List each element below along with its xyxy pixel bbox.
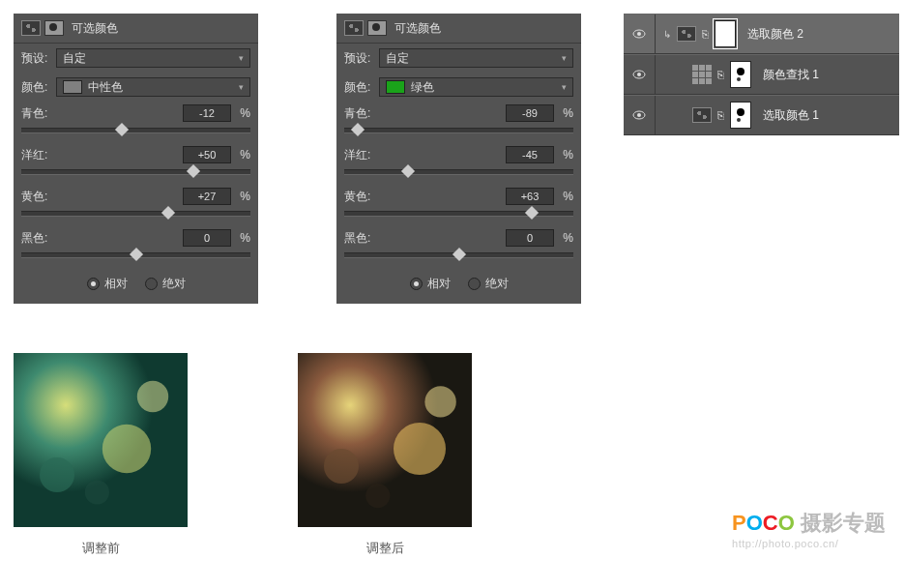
- slider-knob[interactable]: [351, 123, 365, 136]
- slider-value-input[interactable]: +27: [183, 188, 231, 205]
- chevron-down-icon: ▾: [239, 82, 244, 92]
- layer-name[interactable]: 颜色查找 1: [763, 67, 819, 83]
- slider-track[interactable]: [21, 252, 250, 258]
- slider-label: 黑色:: [21, 230, 47, 247]
- svg-point-6: [737, 77, 741, 81]
- clip-icon: ↳: [663, 29, 671, 40]
- svg-point-15: [137, 381, 168, 412]
- slider-value-input[interactable]: +50: [183, 146, 231, 163]
- slider-knob[interactable]: [129, 248, 142, 261]
- adjustment-icon: [677, 26, 696, 42]
- percent-label: %: [235, 148, 250, 162]
- slider-label: 黑色:: [344, 230, 370, 247]
- panel-title: 可选颜色: [72, 20, 118, 37]
- slider-value-input[interactable]: -12: [183, 104, 231, 122]
- radio-icon: [87, 278, 100, 290]
- colors-label: 颜色:: [21, 79, 56, 96]
- chevron-down-icon: ▾: [562, 53, 567, 63]
- percent-label: %: [235, 106, 250, 120]
- svg-point-8: [637, 113, 641, 117]
- slider-label: 青色:: [21, 105, 47, 122]
- slider-knob[interactable]: [161, 206, 175, 220]
- layer-row[interactable]: ⎘ 颜色查找 1: [624, 54, 899, 95]
- slider-track[interactable]: [344, 252, 573, 258]
- percent-label: %: [558, 106, 573, 120]
- slider-value-input[interactable]: -45: [506, 146, 554, 163]
- mask-thumbnail[interactable]: [730, 61, 751, 88]
- slider-label: 黄色:: [21, 189, 47, 205]
- preset-select[interactable]: 自定▾: [379, 48, 573, 68]
- slider-knob[interactable]: [525, 206, 539, 220]
- mask-thumbnail[interactable]: [715, 20, 736, 47]
- svg-point-14: [40, 457, 74, 492]
- layer-name[interactable]: 选取颜色 1: [763, 107, 819, 124]
- color-select[interactable]: 中性色▾: [56, 77, 250, 97]
- preview-before-image: [14, 353, 188, 527]
- visibility-toggle[interactable]: [624, 55, 656, 94]
- layer-name[interactable]: 选取颜色 2: [747, 26, 803, 43]
- radio-icon: [145, 278, 158, 290]
- mask-icon: [44, 20, 64, 36]
- preset-label: 预设:: [344, 50, 379, 67]
- layer-row[interactable]: ⎘ 选取颜色 1: [624, 95, 899, 135]
- radio-label: 绝对: [162, 276, 186, 292]
- mask-thumbnail[interactable]: [730, 102, 751, 129]
- mask-icon: [367, 20, 387, 36]
- svg-point-16: [85, 480, 109, 504]
- percent-label: %: [558, 148, 573, 162]
- svg-point-18: [394, 423, 446, 475]
- visibility-toggle[interactable]: [624, 96, 656, 134]
- layers-panel: ↳ ⎘ 选取颜色 2 ⎘ 颜色查找 1 ⎘ 选取颜色 1: [624, 14, 899, 135]
- preview-after-image: [298, 353, 472, 527]
- percent-label: %: [558, 190, 573, 203]
- slider-knob[interactable]: [452, 248, 465, 261]
- method-radio[interactable]: 绝对: [145, 276, 186, 292]
- radio-label: 相对: [427, 276, 451, 292]
- slider-track[interactable]: [344, 211, 573, 217]
- slider-track[interactable]: [21, 128, 250, 133]
- slider-value-input[interactable]: +63: [506, 188, 554, 205]
- method-radio[interactable]: 相对: [87, 276, 128, 292]
- slider-knob[interactable]: [115, 123, 129, 136]
- link-icon: ⎘: [702, 28, 709, 40]
- radio-label: 相对: [104, 276, 128, 292]
- preview-after: 调整后: [298, 353, 472, 557]
- chevron-down-icon: ▾: [562, 82, 567, 92]
- slider-track[interactable]: [344, 169, 573, 175]
- slider-track[interactable]: [21, 211, 250, 217]
- link-icon: ⎘: [717, 109, 724, 121]
- chevron-down-icon: ▾: [239, 53, 244, 63]
- link-icon: ⎘: [717, 69, 724, 80]
- method-radio[interactable]: 绝对: [468, 276, 509, 292]
- svg-point-3: [637, 73, 641, 76]
- svg-point-13: [102, 425, 151, 473]
- preset-label: 预设:: [21, 50, 56, 67]
- color-select[interactable]: 绿色▾: [379, 77, 573, 97]
- radio-icon: [410, 278, 423, 290]
- slider-label: 黄色:: [344, 189, 370, 205]
- slider-track[interactable]: [21, 169, 250, 175]
- slider-track[interactable]: [344, 128, 573, 133]
- adjustment-icon: [344, 20, 364, 36]
- slider-label: 洋红:: [21, 147, 47, 163]
- slider-value-input[interactable]: -89: [506, 104, 554, 122]
- method-radio[interactable]: 相对: [410, 276, 451, 292]
- selective-color-panel: 可选颜色 预设:自定▾ 颜色:中性色▾ 青色:-12%洋红:+50%黄色:+27…: [14, 14, 258, 304]
- percent-label: %: [558, 231, 573, 245]
- adjustment-icon: [21, 20, 41, 36]
- layer-row[interactable]: ↳ ⎘ 选取颜色 2: [624, 14, 899, 54]
- visibility-toggle[interactable]: [624, 15, 656, 53]
- svg-point-1: [637, 32, 641, 36]
- watermark: POCO 摄影专题 http://photo.poco.cn/: [732, 509, 886, 549]
- preview-before-caption: 调整前: [14, 540, 188, 557]
- svg-point-20: [424, 386, 455, 417]
- slider-value-input[interactable]: 0: [183, 229, 231, 247]
- preview-before: 调整前: [14, 353, 188, 557]
- preset-select[interactable]: 自定▾: [56, 48, 250, 68]
- slider-value-input[interactable]: 0: [506, 229, 554, 247]
- slider-knob[interactable]: [401, 164, 415, 178]
- slider-knob[interactable]: [187, 164, 200, 178]
- color-swatch: [386, 80, 405, 94]
- selective-color-panel: 可选颜色 预设:自定▾ 颜色:绿色▾ 青色:-89%洋红:-45%黄色:+63%…: [336, 14, 581, 304]
- percent-label: %: [235, 231, 250, 245]
